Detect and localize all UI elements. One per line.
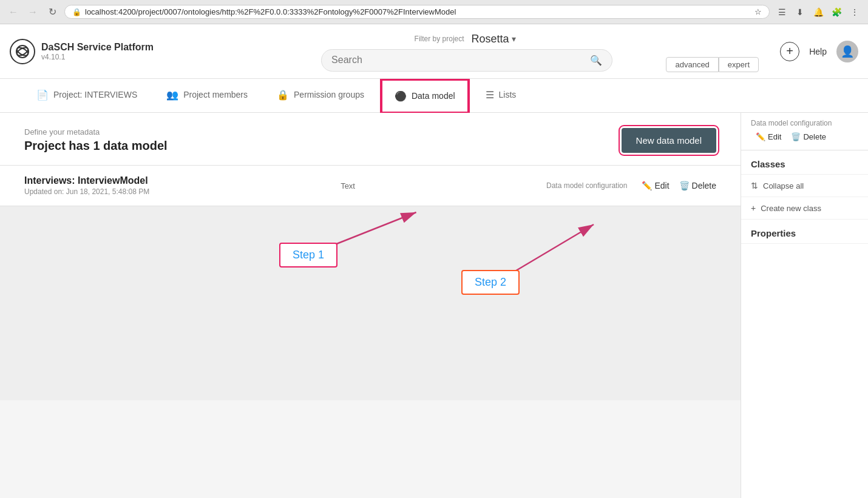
sidebar-edit-icon: ✏️ [756, 132, 765, 141]
filter-project: Filter by project Rosetta ▾ [415, 32, 520, 47]
extension-icon[interactable]: 🧩 [829, 5, 844, 19]
tab-members[interactable]: 👥 Project members [154, 79, 260, 112]
delete-button[interactable]: 🗑️ Delete [679, 181, 716, 190]
data-model-text-label: Text [149, 181, 546, 190]
logo-area: DaSCH Service Platform v4.10.1 [10, 39, 154, 64]
delete-label: Delete [692, 181, 716, 190]
tab-datamodel[interactable]: ⚫ Data model [381, 79, 469, 113]
content-area: Define your metadata Project has 1 data … [0, 113, 741, 498]
right-sidebar: Data model configuration ✏️ Edit 🗑️ Dele… [741, 113, 868, 498]
tab-lists[interactable]: ☰ Lists [473, 79, 529, 112]
sidebar-edit-button[interactable]: ✏️ Edit [751, 130, 786, 144]
create-class-icon: + [751, 203, 756, 213]
expert-mode-button[interactable]: expert [719, 57, 759, 72]
collapse-label: Collapse all [763, 181, 804, 190]
app-version: v4.10.1 [41, 53, 154, 61]
tab-project[interactable]: 📄 Project: INTERVIEWS [24, 79, 149, 112]
metadata-header: Define your metadata Project has 1 data … [0, 113, 741, 166]
create-class-label: Create new class [761, 204, 821, 213]
step1-label: Step 1 [293, 249, 324, 261]
address-bar: 🔒 localhost:4200/project/0007/ontologies… [64, 5, 770, 19]
help-link[interactable]: Help [809, 47, 827, 56]
metadata-left: Define your metadata Project has 1 data … [24, 127, 168, 153]
avatar[interactable]: 👤 [836, 41, 858, 62]
logo-text-area: DaSCH Service Platform v4.10.1 [41, 42, 154, 61]
sidebar-delete-label: Delete [803, 132, 826, 141]
header-actions: + Help 👤 [780, 41, 858, 62]
collapse-all-action[interactable]: ⇅ Collapse all [741, 175, 868, 197]
nav-tabs: 📄 Project: INTERVIEWS 👥 Project members … [0, 79, 868, 113]
main-content: Define your metadata Project has 1 data … [0, 113, 868, 498]
step2-box: Step 2 [461, 270, 520, 295]
data-model-item-header: Interviews: InterviewModel Updated on: J… [24, 175, 716, 196]
sidebar-config-actions: ✏️ Edit 🗑️ Delete [741, 130, 868, 150]
data-model-updated: Updated on: Jun 18, 2021, 5:48:08 PM [24, 187, 149, 196]
download-icon[interactable]: ⬇ [793, 5, 807, 19]
address-text: localhost:4200/project/0007/ontologies/h… [85, 7, 751, 16]
project-name: Rosetta [472, 33, 509, 45]
delete-icon: 🗑️ [679, 181, 690, 190]
advanced-mode-button[interactable]: advanced [666, 57, 718, 72]
search-input[interactable] [331, 55, 585, 66]
browser-actions: ☰ ⬇ 🔔 🧩 ⋮ [775, 5, 862, 19]
tab-lists-label: Lists [499, 90, 517, 99]
data-model-info: Interviews: InterviewModel Updated on: J… [24, 175, 149, 196]
create-class-action[interactable]: + Create new class [741, 197, 868, 220]
data-model-item: Interviews: InterviewModel Updated on: J… [0, 166, 741, 206]
bookmark-manager-icon[interactable]: ☰ [775, 5, 789, 19]
edit-button[interactable]: ✏️ Edit [642, 181, 669, 190]
metadata-subtitle: Define your metadata [24, 127, 168, 136]
reload-button[interactable]: ↻ [45, 5, 59, 19]
data-model-config: Data model configuration ✏️ Edit 🗑️ Dele… [546, 181, 716, 190]
add-button[interactable]: + [780, 42, 799, 61]
search-mode-buttons: advanced expert [666, 57, 759, 72]
back-button[interactable]: ← [6, 5, 21, 19]
logo-icon [10, 39, 35, 64]
properties-section-title: Properties [741, 220, 868, 244]
members-icon: 👥 [166, 89, 178, 101]
config-label: Data model configuration [546, 181, 627, 190]
arrows-svg [0, 206, 741, 400]
filter-label: Filter by project [415, 35, 464, 43]
canvas-area: Step 1 Step 2 [0, 206, 741, 400]
sidebar-config-label: Data model configuration [741, 113, 868, 130]
search-icon: 🔍 [590, 55, 602, 66]
config-actions: ✏️ Edit 🗑️ Delete [642, 181, 716, 190]
data-model-section: Interviews: InterviewModel Updated on: J… [0, 166, 741, 400]
lists-icon: ☰ [486, 89, 494, 101]
step1-box: Step 1 [279, 243, 337, 268]
menu-icon[interactable]: ⋮ [847, 5, 862, 19]
tab-permissions-label: Permission groups [294, 90, 364, 99]
search-bar: 🔍 [321, 49, 612, 72]
metadata-title: Project has 1 data model [24, 139, 168, 153]
header-search-area: Filter by project Rosetta ▾ 🔍 advanced e… [154, 32, 780, 72]
tab-datamodel-label: Data model [412, 91, 455, 101]
sidebar-delete-icon: 🗑️ [791, 132, 801, 141]
tab-members-label: Project members [183, 90, 248, 99]
app-title: DaSCH Service Platform [41, 42, 154, 53]
sidebar-delete-button[interactable]: 🗑️ Delete [786, 130, 831, 144]
security-icon: 🔒 [72, 8, 81, 16]
project-selector[interactable]: Rosetta ▾ [468, 32, 520, 47]
tab-permissions[interactable]: 🔒 Permission groups [265, 79, 376, 112]
data-model-name: Interviews: InterviewModel [24, 175, 149, 186]
classes-section-title: Classes [741, 150, 868, 175]
edit-label: Edit [654, 181, 669, 190]
notification-icon[interactable]: 🔔 [811, 5, 826, 19]
datamodel-icon: ⚫ [395, 90, 407, 102]
forward-button[interactable]: → [25, 5, 40, 19]
step2-label: Step 2 [475, 276, 506, 288]
new-data-model-button[interactable]: New data model [622, 128, 716, 153]
collapse-icon: ⇅ [751, 181, 758, 190]
app-header: DaSCH Service Platform v4.10.1 Filter by… [0, 24, 868, 79]
permissions-icon: 🔒 [277, 89, 289, 101]
sidebar-edit-label: Edit [768, 132, 781, 141]
bookmark-icon[interactable]: ☆ [754, 7, 762, 16]
tab-project-label: Project: INTERVIEWS [53, 90, 137, 99]
project-icon: 📄 [36, 89, 49, 101]
browser-chrome: ← → ↻ 🔒 localhost:4200/project/0007/onto… [0, 0, 868, 24]
chevron-down-icon: ▾ [512, 34, 516, 44]
edit-icon: ✏️ [642, 181, 652, 190]
